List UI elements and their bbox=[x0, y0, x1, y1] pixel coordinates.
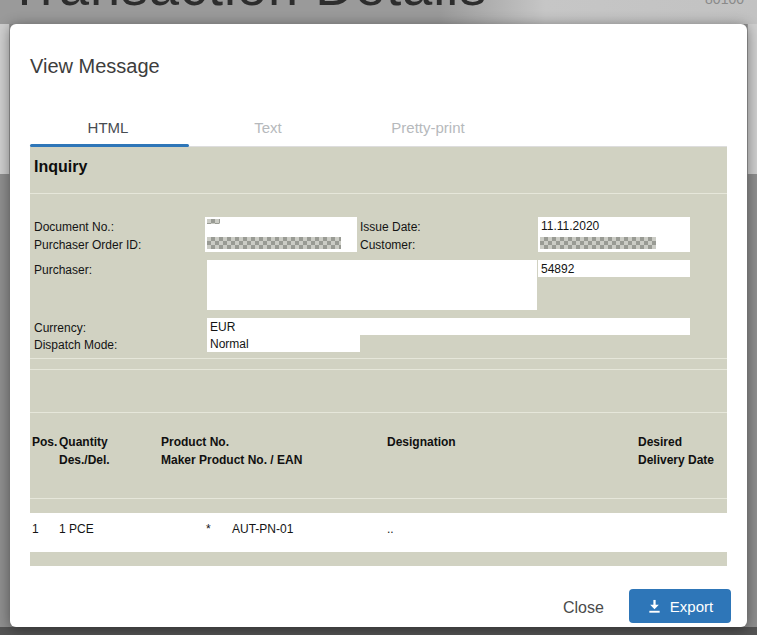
divider bbox=[30, 193, 727, 194]
document-footer-strip bbox=[30, 552, 727, 566]
backdrop-page-bottom bbox=[0, 627, 757, 635]
dispatch-mode-value: Normal bbox=[210, 337, 249, 351]
backdrop-clipped-heading: Transaction Details bbox=[8, 0, 487, 17]
col-header-des-del: Des./Del. bbox=[59, 453, 110, 467]
divider bbox=[30, 358, 727, 359]
export-button-label: Export bbox=[670, 598, 713, 615]
tab-pretty-print[interactable]: Pretty-print bbox=[348, 117, 508, 146]
row-pos: 1 bbox=[32, 522, 39, 536]
dispatch-mode-field: Normal bbox=[207, 335, 360, 352]
col-header-desired: Desired bbox=[638, 435, 682, 449]
export-button[interactable]: Export bbox=[629, 589, 731, 623]
issue-date-value: 11.11.2020 bbox=[541, 219, 599, 233]
currency-field: EUR bbox=[207, 318, 690, 335]
row-flag: * bbox=[206, 522, 211, 536]
backdrop-right-sliver bbox=[747, 24, 757, 174]
divider bbox=[30, 369, 727, 370]
dialog-title: View Message bbox=[30, 55, 160, 78]
document-no-label: Document No.: bbox=[34, 220, 114, 234]
col-header-quantity: Quantity bbox=[59, 435, 108, 449]
tab-html[interactable]: HTML bbox=[28, 117, 188, 146]
backdrop-left-sliver bbox=[0, 24, 10, 174]
purchaser-field bbox=[207, 260, 537, 310]
customer-redacted-value bbox=[540, 237, 656, 249]
table-row: 1 1 PCE * AUT-PN-01 .. bbox=[30, 513, 727, 552]
close-button[interactable]: Close bbox=[555, 595, 612, 621]
issue-date-field: 11.11.2020 bbox=[538, 217, 690, 252]
row-product-no: AUT-PN-01 bbox=[232, 522, 293, 536]
tab-bar: HTML Text Pretty-print bbox=[28, 117, 508, 146]
backdrop-page-top: Transaction Details 80100 bbox=[0, 0, 757, 24]
purchaser-order-id-label: Purchaser Order ID: bbox=[34, 238, 141, 252]
document-heading: Inquiry bbox=[34, 158, 87, 176]
customer-label: Customer: bbox=[360, 238, 415, 252]
document-no-field bbox=[205, 217, 357, 252]
document-no-redacted-value bbox=[207, 219, 220, 224]
col-header-delivery-date: Delivery Date bbox=[638, 453, 714, 467]
currency-value: EUR bbox=[210, 320, 235, 334]
purchaser-order-id-redacted-value bbox=[207, 237, 341, 249]
backdrop-clipped-number: 80100 bbox=[705, 0, 744, 7]
row-designation: .. bbox=[387, 522, 394, 536]
purchaser-code-value: 54892 bbox=[541, 262, 574, 276]
divider bbox=[30, 498, 727, 499]
download-icon bbox=[647, 599, 662, 614]
purchaser-code-field: 54892 bbox=[538, 260, 690, 277]
col-header-maker-product-no: Maker Product No. / EAN bbox=[161, 453, 302, 467]
view-message-dialog: View Message HTML Text Pretty-print Inqu… bbox=[10, 24, 747, 627]
purchaser-label: Purchaser: bbox=[34, 263, 92, 277]
tab-text[interactable]: Text bbox=[188, 117, 348, 146]
issue-date-label: Issue Date: bbox=[360, 220, 421, 234]
message-preview-panel: Inquiry Document No.: Purchaser Order ID… bbox=[30, 147, 727, 513]
divider bbox=[30, 412, 727, 413]
col-header-product-no: Product No. bbox=[161, 435, 229, 449]
row-quantity: 1 PCE bbox=[59, 522, 94, 536]
dispatch-mode-label: Dispatch Mode: bbox=[34, 338, 117, 352]
col-header-designation: Designation bbox=[387, 435, 456, 449]
currency-label: Currency: bbox=[34, 321, 86, 335]
col-header-pos: Pos. bbox=[32, 435, 57, 449]
